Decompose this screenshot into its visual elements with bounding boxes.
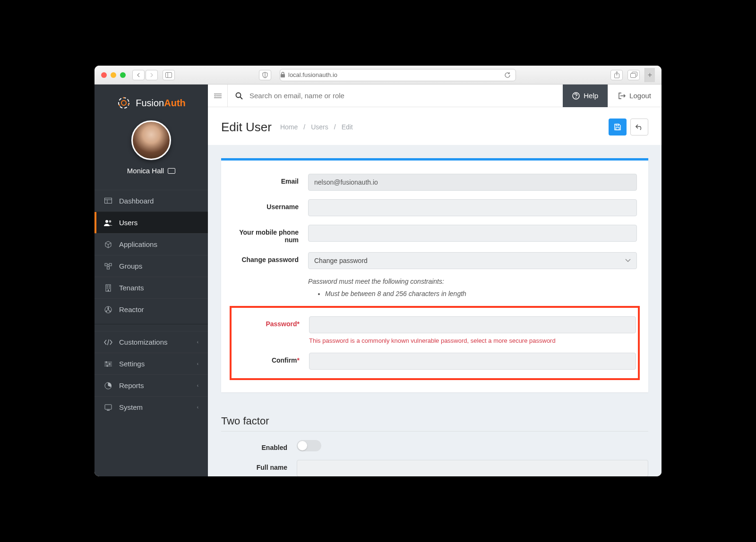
avatar[interactable] bbox=[131, 120, 171, 160]
svg-point-16 bbox=[105, 220, 108, 223]
maximize-window-button[interactable] bbox=[120, 72, 126, 78]
password-error-highlight: Password This password is a commonly kno… bbox=[230, 306, 640, 380]
browser-window: local.fusionauth.io + bbox=[94, 66, 662, 476]
svg-line-43 bbox=[241, 97, 243, 99]
undo-icon bbox=[636, 124, 643, 130]
search-icon bbox=[235, 92, 243, 100]
forward-button[interactable] bbox=[146, 70, 158, 80]
sidebar-item-label: Applications bbox=[119, 240, 157, 248]
chevron-left-icon: ‹ bbox=[197, 361, 198, 366]
password-error-text: This password is a commonly known vulner… bbox=[309, 337, 636, 344]
svg-point-8 bbox=[119, 98, 129, 108]
email-label: Email bbox=[232, 174, 299, 185]
svg-point-11 bbox=[128, 104, 129, 105]
svg-rect-37 bbox=[105, 405, 112, 409]
chevron-left-icon: ‹ bbox=[197, 383, 198, 388]
browser-titlebar: local.fusionauth.io + bbox=[94, 66, 662, 85]
sidebar-item-settings[interactable]: Settings ‹ bbox=[94, 353, 208, 374]
sidebar-item-label: Groups bbox=[119, 262, 142, 270]
constraint-item: Must be between 8 and 256 characters in … bbox=[325, 290, 637, 297]
two-factor-toggle[interactable] bbox=[297, 440, 321, 451]
svg-rect-18 bbox=[105, 263, 107, 266]
sidebar-toggle-button[interactable] bbox=[163, 70, 175, 80]
two-factor-title: Two factor bbox=[221, 415, 648, 432]
breadcrumb-edit: Edit bbox=[342, 123, 353, 131]
svg-point-17 bbox=[109, 220, 112, 222]
breadcrumb-users[interactable]: Users bbox=[311, 123, 328, 131]
back-button[interactable] bbox=[132, 70, 145, 80]
save-icon bbox=[614, 123, 621, 131]
svg-point-30 bbox=[108, 309, 109, 310]
breadcrumb-home[interactable]: Home bbox=[280, 123, 298, 131]
chevron-left-icon: ‹ bbox=[197, 339, 198, 345]
minimize-window-button[interactable] bbox=[111, 72, 116, 78]
confirm-password-field[interactable] bbox=[309, 353, 636, 370]
sliders-icon bbox=[104, 361, 112, 367]
svg-rect-13 bbox=[105, 198, 112, 203]
logout-button[interactable]: Logout bbox=[608, 85, 662, 107]
svg-rect-7 bbox=[630, 74, 636, 78]
password-field[interactable] bbox=[309, 316, 636, 333]
email-field[interactable] bbox=[308, 174, 637, 191]
save-button[interactable] bbox=[609, 119, 627, 136]
search-input[interactable] bbox=[249, 92, 555, 100]
topbar: Help Logout bbox=[208, 85, 662, 107]
logo-mark-icon bbox=[117, 96, 131, 110]
fullname-label: Full name bbox=[221, 460, 287, 471]
constraints-heading: Password must meet the following constra… bbox=[308, 278, 637, 285]
sidebar-item-applications[interactable]: Applications bbox=[94, 233, 208, 255]
collapse-sidebar-button[interactable] bbox=[208, 85, 228, 107]
building-icon bbox=[104, 284, 112, 292]
svg-rect-0 bbox=[166, 72, 172, 77]
logout-icon bbox=[619, 93, 626, 99]
sidebar-item-label: System bbox=[119, 403, 143, 411]
sidebar-item-label: Tenants bbox=[119, 284, 144, 292]
sidebar-item-label: Reports bbox=[119, 381, 144, 390]
phone-label: Your mobile phone num bbox=[232, 225, 299, 244]
svg-point-36 bbox=[106, 365, 108, 367]
users-icon bbox=[104, 220, 112, 226]
fullname-field[interactable] bbox=[297, 460, 648, 476]
phone-field[interactable] bbox=[308, 225, 637, 242]
svg-rect-27 bbox=[109, 288, 110, 288]
privacy-shield-icon[interactable] bbox=[259, 70, 271, 80]
sidebar-item-customizations[interactable]: Customizations ‹ bbox=[94, 331, 208, 353]
username-field[interactable] bbox=[308, 199, 637, 216]
sidebar-item-label: Customizations bbox=[119, 338, 168, 346]
svg-point-42 bbox=[236, 93, 241, 97]
svg-rect-19 bbox=[109, 263, 112, 266]
svg-rect-48 bbox=[616, 124, 619, 126]
logo-text: FusionAuth bbox=[136, 98, 186, 109]
confirm-label: Confirm bbox=[233, 353, 300, 364]
enabled-label: Enabled bbox=[221, 440, 287, 451]
svg-rect-28 bbox=[108, 289, 109, 291]
cube-icon bbox=[104, 241, 112, 248]
pie-chart-icon bbox=[104, 382, 112, 390]
tabs-button[interactable] bbox=[627, 70, 640, 80]
sidebar-item-system[interactable]: System ‹ bbox=[94, 396, 208, 418]
share-button[interactable] bbox=[610, 70, 623, 80]
monitor-icon bbox=[104, 404, 112, 411]
sidebar-item-label: Dashboard bbox=[119, 197, 154, 205]
sidebar-item-reactor[interactable]: Reactor bbox=[94, 298, 208, 320]
sidebar-item-users[interactable]: Users bbox=[94, 212, 208, 233]
page-title: Edit User bbox=[221, 120, 272, 135]
close-window-button[interactable] bbox=[101, 72, 107, 78]
id-card-icon bbox=[168, 168, 175, 174]
svg-point-34 bbox=[105, 361, 107, 363]
sidebar-item-dashboard[interactable]: Dashboard bbox=[94, 190, 208, 212]
change-password-label: Change password bbox=[232, 252, 299, 263]
help-icon bbox=[572, 92, 580, 100]
svg-rect-24 bbox=[107, 286, 108, 287]
url-bar[interactable]: local.fusionauth.io bbox=[280, 69, 516, 81]
change-password-select[interactable]: Change password bbox=[308, 252, 637, 269]
traffic-lights bbox=[101, 72, 126, 78]
sidebar-item-tenants[interactable]: Tenants bbox=[94, 277, 208, 298]
new-tab-button[interactable]: + bbox=[644, 68, 655, 82]
back-undo-button[interactable] bbox=[630, 119, 648, 136]
reactor-icon bbox=[104, 306, 112, 313]
refresh-icon[interactable] bbox=[504, 72, 511, 78]
help-button[interactable]: Help bbox=[563, 85, 608, 107]
sidebar-item-groups[interactable]: Groups bbox=[94, 255, 208, 277]
sidebar-item-reports[interactable]: Reports ‹ bbox=[94, 374, 208, 396]
